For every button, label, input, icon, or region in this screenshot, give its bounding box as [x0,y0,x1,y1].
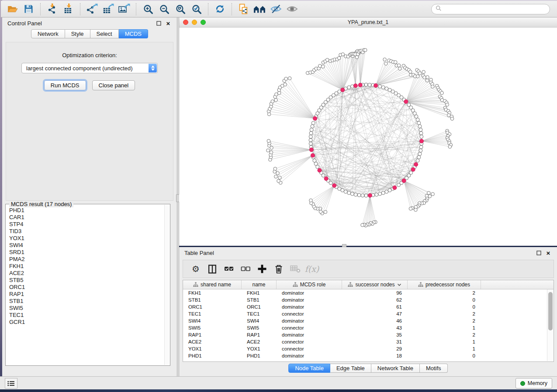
table-row[interactable]: YOX1YOX1connector291 [183,345,547,352]
delete-icon[interactable] [271,262,286,276]
mcds-dominator-node[interactable] [374,83,378,87]
mcds-dominator-node[interactable] [393,186,397,189]
network-node[interactable] [397,183,401,187]
hide-selected-icon[interactable] [268,2,284,16]
network-leaf-node[interactable] [446,103,449,107]
mcds-result-item[interactable]: PHD1 [6,207,164,214]
network-node[interactable] [357,193,361,197]
network-node[interactable] [309,138,312,142]
network-node[interactable] [419,128,422,131]
panel-menu-button[interactable] [5,378,17,389]
mcds-dominator-node[interactable] [358,83,362,87]
close-table-panel-icon[interactable]: × [545,250,552,257]
network-leaf-node[interactable] [383,58,387,62]
save-icon[interactable] [21,2,37,16]
copy-document-icon[interactable] [235,2,252,16]
network-leaf-node[interactable] [322,65,325,69]
network-node[interactable] [388,189,391,192]
column-header-MCDS-role[interactable]: MCDS role [277,280,342,289]
export-network-icon[interactable] [84,2,100,16]
mcds-result-item[interactable]: ORC1 [6,284,164,291]
add-icon[interactable] [255,262,270,276]
network-node[interactable] [385,190,388,193]
mcds-dominator-node[interactable] [402,179,406,182]
column-header-predecessor-nodes[interactable]: predecessor nodes [408,280,481,289]
network-node[interactable] [418,152,422,156]
network-node[interactable] [309,131,313,135]
network-node[interactable] [419,149,422,152]
run-mcds-button[interactable]: Run MCDS [44,80,86,90]
network-node[interactable] [417,155,421,159]
export-image-icon[interactable] [116,2,132,16]
column-header-name[interactable]: name [242,280,277,289]
network-leaf-node[interactable] [427,191,431,195]
mcds-dominator-node[interactable] [332,183,336,187]
mcds-result-item[interactable]: YOX1 [6,235,164,242]
network-node[interactable] [368,83,371,86]
network-leaf-node[interactable] [274,98,278,102]
mcds-result-item[interactable]: PMA2 [6,256,164,263]
network-leaf-node[interactable] [440,91,444,95]
network-window-titlebar[interactable]: YPA_prune.txt_1 [179,17,557,28]
column-header-successor-nodes[interactable]: successor nodes [342,280,408,289]
deselect-all-icon[interactable] [238,262,253,276]
network-leaf-node[interactable] [355,55,359,59]
network-leaf-node[interactable] [277,179,280,183]
network-leaf-node[interactable] [423,76,426,79]
network-node[interactable] [415,115,418,118]
mcds-dominator-node[interactable] [309,148,313,152]
network-leaf-node[interactable] [273,167,277,171]
mcds-dominator-node[interactable] [404,100,408,103]
network-leaf-node[interactable] [309,199,313,202]
table-row[interactable]: ACE2ACE2connector311 [183,338,547,345]
network-node[interactable] [417,121,421,125]
select-all-icon[interactable] [221,262,236,276]
column-header-shared-name[interactable]: shared name [183,280,242,289]
tab-network-table[interactable]: Network Table [371,364,420,373]
tab-motifs[interactable]: Motifs [420,364,448,373]
table-scrollbar-thumb[interactable] [548,292,553,330]
mcds-dominator-node[interactable] [368,193,372,197]
search-box[interactable] [431,4,550,14]
zoom-in-icon[interactable] [140,2,156,16]
network-leaf-node[interactable] [324,210,327,214]
network-leaf-node[interactable] [398,67,401,70]
mcds-dominator-node[interactable] [411,168,415,172]
export-table-icon[interactable] [100,2,116,16]
network-leaf-node[interactable] [267,139,270,143]
mcds-result-item[interactable]: RAP1 [6,291,164,298]
result-list-scrollbar[interactable] [164,205,170,365]
network-leaf-node[interactable] [397,64,401,67]
network-leaf-node[interactable] [418,72,422,75]
network-leaf-node[interactable] [363,48,367,52]
tab-style[interactable]: Style [65,29,90,38]
refresh-icon[interactable] [212,2,228,16]
network-leaf-node[interactable] [274,175,278,179]
table-row[interactable]: TEC1TEC1connector472 [183,310,547,317]
float-panel-icon[interactable] [155,20,162,27]
mcds-dominator-node[interactable] [318,168,322,172]
network-leaf-node[interactable] [426,76,429,79]
zoom-selected-icon[interactable] [188,2,204,16]
network-node[interactable] [314,162,318,165]
tab-select[interactable]: Select [90,29,119,38]
network-node[interactable] [364,194,368,197]
mcds-result-item[interactable]: CAR1 [6,214,164,221]
mcds-result-item[interactable]: STB5 [6,277,164,284]
memory-button[interactable]: Memory [515,378,552,389]
network-node[interactable] [378,85,382,88]
horizontal-splitter-handle[interactable] [342,244,346,247]
tab-node-table[interactable]: Node Table [288,364,330,373]
network-node[interactable] [385,87,388,90]
network-leaf-node[interactable] [422,70,426,74]
close-panel-button[interactable]: Close panel [92,80,135,90]
network-node[interactable] [350,192,354,196]
tab-network[interactable]: Network [31,29,65,38]
network-node[interactable] [419,145,423,149]
mcds-dominator-node[interactable] [341,88,345,92]
network-node[interactable] [310,128,313,131]
mcds-result-item[interactable]: GCR1 [6,319,164,326]
network-leaf-node[interactable] [284,77,288,81]
network-leaf-node[interactable] [426,79,429,83]
mcds-dominator-node[interactable] [419,139,423,143]
